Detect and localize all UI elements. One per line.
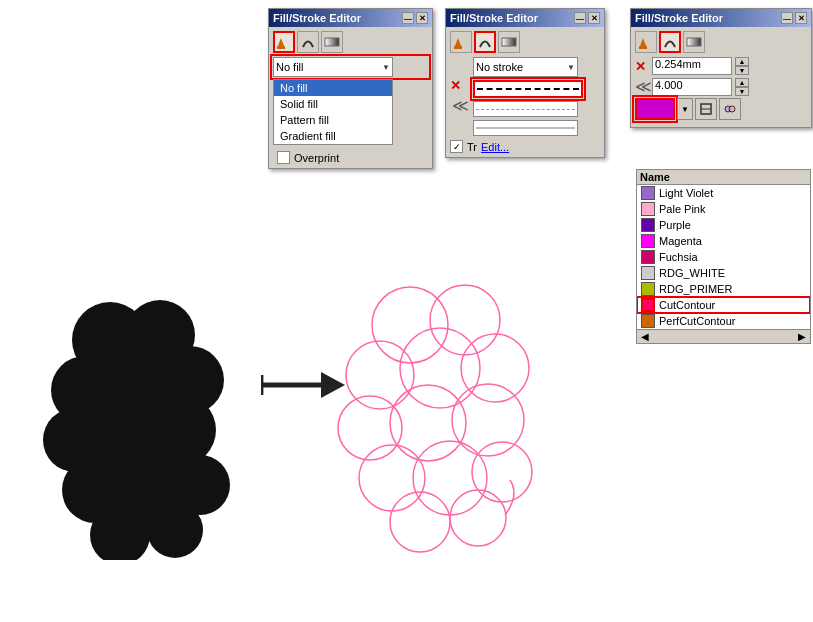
svg-point-22 xyxy=(147,502,203,558)
dialog1-fill-select[interactable]: No fill ▼ xyxy=(273,57,393,77)
color-list-row-5[interactable]: RDG_WHITE xyxy=(637,265,810,281)
dialog2-stroke-style-box[interactable] xyxy=(473,80,583,98)
dialog2-gradient-btn[interactable] xyxy=(498,31,520,53)
dialog3-width-spinner: ▲ ▼ xyxy=(735,57,749,75)
dialog2-minimize-btn[interactable]: — xyxy=(574,12,586,24)
svg-rect-1 xyxy=(325,38,339,46)
dialog2-left-icons: ✕ ≪ xyxy=(450,57,469,136)
dialog3-toolbar xyxy=(635,31,807,53)
dialog1-overprint-checkbox[interactable] xyxy=(277,151,290,164)
gradient-tool-btn[interactable] xyxy=(321,31,343,53)
dialog3-miter-input[interactable]: 4.000 xyxy=(652,78,732,96)
color-label-8: PerfCutContour xyxy=(659,315,735,327)
dialog2-dashed-small xyxy=(476,109,575,110)
color-list-row-4[interactable]: Fuchsia xyxy=(637,249,810,265)
svg-rect-3 xyxy=(502,38,516,46)
dialog1-overprint-row: Overprint xyxy=(273,151,428,164)
dialog2-stroke-row2[interactable] xyxy=(473,101,578,117)
svg-point-30 xyxy=(461,334,529,402)
svg-point-34 xyxy=(359,445,425,511)
color-dot-1 xyxy=(641,202,655,216)
dialog2-tr-label: Tr xyxy=(467,141,477,153)
svg-point-37 xyxy=(390,492,450,552)
dialog3-color-list-panel: Name Light VioletPale PinkPurpleMagentaF… xyxy=(636,169,811,344)
dialog2-tr-row: ✓ Tr Edit... xyxy=(450,140,600,153)
color-dot-8 xyxy=(641,314,655,328)
svg-rect-2 xyxy=(454,46,462,49)
pink-blob xyxy=(320,260,590,572)
svg-point-36 xyxy=(472,442,532,502)
dialog2-fill-btn[interactable] xyxy=(450,31,472,53)
dialog2-stroke-btn[interactable] xyxy=(474,31,496,53)
dialog3-width-up[interactable]: ▲ xyxy=(735,57,749,66)
color-list-row-8[interactable]: PerfCutContour xyxy=(637,313,810,329)
color-dot-6 xyxy=(641,282,655,296)
dialog1-body: No fill ▼ No fill Solid fill Pattern fil… xyxy=(269,27,432,168)
dialog3-body: ✕ 0.254mm ▲ ▼ ≪ 4.000 ▲ ▼ ▼ xyxy=(631,27,811,127)
dialog2-tr-checkbox[interactable]: ✓ xyxy=(450,140,463,153)
dropdown-item-pattern-fill[interactable]: Pattern fill xyxy=(274,112,392,128)
dialog1-toolbar xyxy=(273,31,428,53)
dropdown-item-solid-fill[interactable]: Solid fill xyxy=(274,96,392,112)
dialog2-body: ✕ ≪ No stroke ▼ xyxy=(446,27,604,157)
dialog1-close-btn[interactable]: ✕ xyxy=(416,12,428,24)
dialog2-close-btn[interactable]: ✕ xyxy=(588,12,600,24)
dialog3-edit-icon-btn[interactable] xyxy=(695,98,717,120)
dialog3-color-list-body[interactable]: Light VioletPale PinkPurpleMagentaFuchsi… xyxy=(637,185,810,329)
dropdown-item-gradient-fill[interactable]: Gradient fill xyxy=(274,128,392,144)
dialog1-dropdown-menu: No fill Solid fill Pattern fill Gradient… xyxy=(273,79,393,145)
color-dot-5 xyxy=(641,266,655,280)
dialog3-color-swatch[interactable] xyxy=(635,98,675,120)
dialog3-color-dropdown-arrow[interactable]: ▼ xyxy=(677,98,693,120)
color-list-row-6[interactable]: RDG_PRIMER xyxy=(637,281,810,297)
dialog3-miter-icon: ≪ xyxy=(635,77,649,96)
stroke-tool-btn[interactable] xyxy=(297,31,319,53)
dialog3-fill-btn[interactable] xyxy=(635,31,657,53)
dialog3-stroke-btn[interactable] xyxy=(659,31,681,53)
svg-rect-5 xyxy=(687,38,701,46)
dialog3-miter-down[interactable]: ▼ xyxy=(735,87,749,96)
dialog3-miter-up[interactable]: ▲ xyxy=(735,78,749,87)
dialog1-overprint-label: Overprint xyxy=(294,152,339,164)
color-dot-4 xyxy=(641,250,655,264)
color-label-1: Pale Pink xyxy=(659,203,705,215)
color-list-row-1[interactable]: Pale Pink xyxy=(637,201,810,217)
dialog2-thick-line xyxy=(476,127,575,129)
color-dot-0 xyxy=(641,186,655,200)
dialog3-mix-icon-btn[interactable] xyxy=(719,98,741,120)
color-list-row-7[interactable]: CutContour xyxy=(637,297,810,313)
dialog3-gradient-btn[interactable] xyxy=(683,31,705,53)
dialog3-color-list-header: Name xyxy=(637,170,810,185)
dialog1-minimize-btn[interactable]: — xyxy=(402,12,414,24)
color-dot-7 xyxy=(641,298,655,312)
color-label-3: Magenta xyxy=(659,235,702,247)
svg-point-9 xyxy=(729,106,735,112)
dialog2-title: Fill/Stroke Editor xyxy=(450,12,574,24)
dropdown-item-no-fill[interactable]: No fill xyxy=(274,80,392,96)
fill-tool-btn[interactable] xyxy=(273,31,295,53)
svg-point-38 xyxy=(450,490,506,546)
scroll-left-arrow[interactable]: ◀ xyxy=(641,331,649,342)
dialog2-x-row: ✕ xyxy=(450,78,469,93)
fill-stroke-dialog-3: Fill/Stroke Editor — ✕ ✕ 0.254mm ▲ xyxy=(630,8,812,128)
color-list-row-2[interactable]: Purple xyxy=(637,217,810,233)
dialog3-minimize-btn[interactable]: — xyxy=(781,12,793,24)
color-label-0: Light Violet xyxy=(659,187,713,199)
dialog2-stroke-row3[interactable] xyxy=(473,120,578,136)
color-label-6: RDG_PRIMER xyxy=(659,283,732,295)
svg-rect-4 xyxy=(639,46,647,49)
dialog2-no-stroke-select-1[interactable]: No stroke ▼ xyxy=(473,57,578,77)
dialog1-title: Fill/Stroke Editor xyxy=(273,12,402,24)
dialog2-stroke-section: ✕ ≪ No stroke ▼ xyxy=(450,57,600,136)
color-list-row-3[interactable]: Magenta xyxy=(637,233,810,249)
scroll-right-arrow[interactable]: ▶ xyxy=(798,331,806,342)
dialog3-width-input[interactable]: 0.254mm xyxy=(652,57,732,75)
dialog3-width-down[interactable]: ▼ xyxy=(735,66,749,75)
svg-point-35 xyxy=(413,441,487,515)
color-list-row-0[interactable]: Light Violet xyxy=(637,185,810,201)
dialog2-edit-link[interactable]: Edit... xyxy=(481,141,509,153)
color-label-2: Purple xyxy=(659,219,691,231)
dialog3-close-btn[interactable]: ✕ xyxy=(795,12,807,24)
dialog3-x-icon: ✕ xyxy=(635,59,649,74)
pink-blob-svg xyxy=(320,260,590,570)
